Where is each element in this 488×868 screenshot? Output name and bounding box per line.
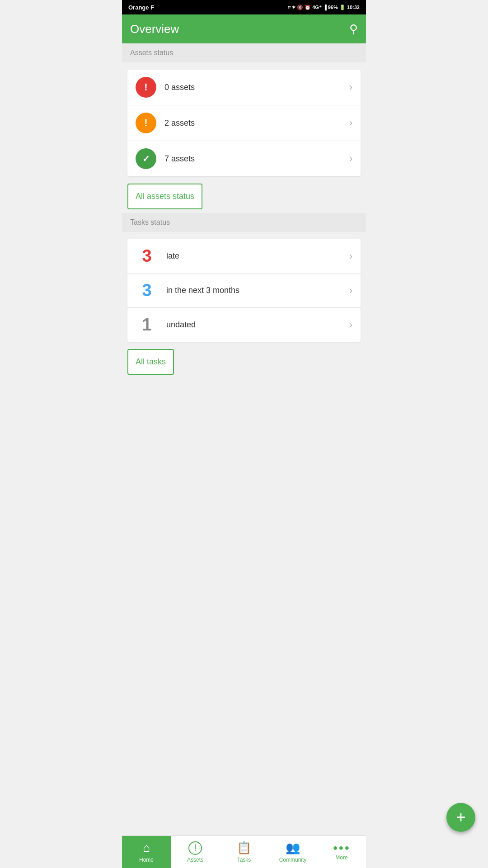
status-icons: ⌗ ✶ 🔇 ⏰ 4G⁺ ▐ 96% 🔋 10:32 xyxy=(288,5,360,10)
undated-label: undated xyxy=(166,320,349,330)
chevron-right-icon: › xyxy=(349,319,352,331)
assets-card: 0 assets › 2 assets › 7 assets › xyxy=(127,70,361,176)
chevron-right-icon: › xyxy=(349,285,352,297)
page-title: Overview xyxy=(130,22,179,36)
tasks-card: 3 late › 3 in the next 3 months › 1 unda… xyxy=(127,239,361,342)
undated-count: 1 xyxy=(136,315,158,335)
tasks-row-undated[interactable]: 1 undated › xyxy=(127,308,361,342)
status-bar: Orange F ⌗ ✶ 🔇 ⏰ 4G⁺ ▐ 96% 🔋 10:32 xyxy=(122,0,366,14)
search-icon[interactable]: ⚲ xyxy=(349,22,358,36)
tasks-row-next3months[interactable]: 3 in the next 3 months › xyxy=(127,274,361,308)
carrier-name: Orange F xyxy=(128,4,154,11)
alert-red-icon xyxy=(136,77,156,98)
assets-red-count: 0 assets xyxy=(164,83,349,92)
chevron-right-icon: › xyxy=(349,250,352,262)
all-tasks-button[interactable]: All tasks xyxy=(127,349,174,375)
late-label: late xyxy=(166,251,349,261)
tasks-section-header: Tasks status xyxy=(122,213,366,232)
next3months-count: 3 xyxy=(136,281,158,300)
assets-section-header: Assets status xyxy=(122,43,366,62)
tasks-row-late[interactable]: 3 late › xyxy=(127,239,361,274)
assets-row-green[interactable]: 7 assets › xyxy=(127,141,361,176)
late-count: 3 xyxy=(136,246,158,266)
next3months-label: in the next 3 months xyxy=(166,286,349,295)
check-green-icon xyxy=(136,148,156,169)
assets-green-count: 7 assets xyxy=(164,154,349,164)
assets-orange-count: 2 assets xyxy=(164,118,349,128)
alert-orange-icon xyxy=(136,113,156,133)
chevron-right-icon: › xyxy=(349,117,352,129)
all-assets-button[interactable]: All assets status xyxy=(127,184,202,209)
assets-row-orange[interactable]: 2 assets › xyxy=(127,105,361,141)
assets-row-red[interactable]: 0 assets › xyxy=(127,70,361,105)
chevron-right-icon: › xyxy=(349,153,352,165)
chevron-right-icon: › xyxy=(349,81,352,93)
header: Overview ⚲ xyxy=(122,14,366,43)
